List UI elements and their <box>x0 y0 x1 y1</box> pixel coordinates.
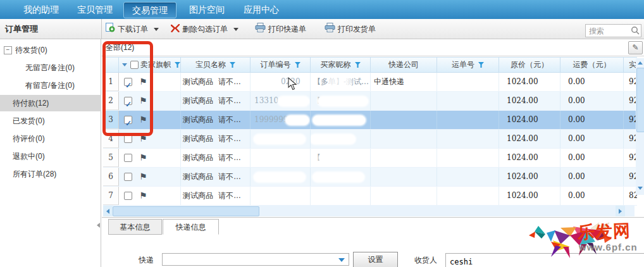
table-row[interactable]: 1⚑测试商品请不…0220【多单】-测试…中通快递1024.000.0092 <box>103 73 637 92</box>
toolbar-band <box>0 19 644 39</box>
flag-cell: ⚑ <box>119 168 181 186</box>
receiver-input[interactable] <box>445 253 644 267</box>
row-checkbox[interactable] <box>124 116 132 124</box>
flag-icon[interactable]: ⚑ <box>139 111 147 129</box>
sidebar-item-refunding[interactable]: 退款中(0) <box>0 148 101 165</box>
flag-cell: ⚑ <box>119 92 181 110</box>
vertical-scrollbar[interactable] <box>636 58 644 195</box>
sidebar-item-has-message[interactable]: 有留言/备注(0) <box>0 77 101 94</box>
tree-label: 退款中(0) <box>13 148 45 165</box>
tracking-no-cell <box>437 187 499 205</box>
filter-icon[interactable] <box>230 58 235 72</box>
row-checkbox[interactable] <box>124 78 132 86</box>
nav-item-trade[interactable]: 交易管理 <box>123 2 176 18</box>
row-checkbox[interactable] <box>124 97 132 105</box>
nav-item-products[interactable]: 宝贝管理 <box>70 0 120 19</box>
table-row[interactable]: 4⚑测试商品请不…测试1024.000.0092 <box>103 130 637 149</box>
sidebar-item-no-message[interactable]: 无留言/备注(0) <box>0 59 101 76</box>
row-checkbox[interactable] <box>124 173 132 181</box>
download-orders-button[interactable]: 下载订单 <box>106 19 159 39</box>
paid-amount-cell: 92 <box>624 73 637 91</box>
filter-icon[interactable] <box>355 58 361 72</box>
col-header-shipping-fee[interactable]: 运费（元） <box>560 58 624 72</box>
col-header-original-price[interactable]: 原价（元） <box>499 58 560 72</box>
shipping-fee-cell: 0.00 <box>560 73 624 91</box>
buyer-nick-cell: 【 <box>311 92 371 110</box>
row-checkbox[interactable] <box>124 135 132 143</box>
table-header: 卖家旗帜 宝贝名称 订单编号 买家昵称 快递公司 运单号 原价（元） 运费（元）… <box>103 57 637 73</box>
scroll-left-button[interactable] <box>103 206 113 216</box>
product-name-cell: 测试商品请不… <box>181 187 251 205</box>
scroll-down-button[interactable] <box>638 187 643 190</box>
flag-icon[interactable]: ⚑ <box>139 73 147 91</box>
paid-amount-cell: 92 <box>624 111 637 129</box>
filter-icon[interactable] <box>175 58 180 72</box>
sidebar-item-pending-payment[interactable]: 待付款(12) <box>0 95 101 111</box>
col-header-order-no[interactable]: 订单编号 <box>251 58 311 72</box>
nav-item-assistant[interactable]: 我的助理 <box>16 0 66 19</box>
original-price-cell: 1024.00 <box>499 130 560 148</box>
horizontal-scrollbar[interactable] <box>103 206 635 216</box>
paid-amount-cell: 92 <box>624 149 637 167</box>
delete-checked-orders-button[interactable]: 删除勾选订单 <box>171 19 238 39</box>
tab-express-info[interactable]: 快递信息 <box>163 219 219 235</box>
sidebar-item-all-orders[interactable]: 所有订单(28) <box>0 166 101 182</box>
nav-item-app-center[interactable]: 应用中心 <box>235 0 288 19</box>
tab-basic-info[interactable]: 基本信息 <box>108 219 162 235</box>
nav-item-image-space[interactable]: 图片空间 <box>180 0 233 19</box>
scroll-up-button[interactable] <box>638 61 643 65</box>
express-select[interactable] <box>162 253 349 266</box>
delete-checked-orders-label: 删除勾选订单 <box>182 25 228 34</box>
original-price-cell: 1024.00 <box>499 92 560 110</box>
flag-icon[interactable]: ⚑ <box>139 187 147 205</box>
chevron-down-icon[interactable] <box>122 63 127 66</box>
row-checkbox[interactable] <box>124 154 132 162</box>
sidebar-item-pending-ship[interactable]: − 待发货(0) <box>0 42 101 58</box>
chevron-down-icon[interactable] <box>233 28 238 31</box>
flag-icon[interactable]: ⚑ <box>139 149 147 167</box>
tab-all-orders[interactable]: 全部(12) <box>106 42 134 53</box>
flag-icon[interactable]: ⚑ <box>139 130 147 148</box>
select-all-checkbox[interactable] <box>130 61 139 69</box>
vertical-scroll-thumb[interactable] <box>636 68 644 132</box>
search-icon[interactable] <box>631 26 640 37</box>
col-header-buyer-nick[interactable]: 买家昵称 <box>311 58 371 72</box>
divider <box>102 217 644 218</box>
table-row[interactable]: 2⚑测试商品请不…133104【1024.000.0092 <box>103 92 637 111</box>
row-number: 4 <box>103 130 119 148</box>
flag-icon[interactable]: ⚑ <box>139 168 147 186</box>
top-nav: 我的助理 宝贝管理 交易管理 图片空间 应用中心 <box>0 0 644 19</box>
print-invoice-button[interactable]: 打印发货单 <box>325 19 376 39</box>
tree-label: 待发货(0) <box>15 42 47 58</box>
col-header-express-company[interactable]: 快递公司 <box>371 58 437 72</box>
col-header-seller-flag[interactable]: 卖家旗帜 <box>119 58 181 72</box>
shipping-fee-cell: 0.00 <box>560 149 624 167</box>
divider <box>102 56 644 56</box>
horizontal-scroll-thumb[interactable] <box>113 206 259 216</box>
chevron-down-icon[interactable] <box>154 28 159 31</box>
filter-icon[interactable] <box>478 58 484 72</box>
table-row[interactable]: 6⚑测试商品请不…1024.000.0092 <box>103 168 637 187</box>
sidebar-item-shipped[interactable]: 已发货(0) <box>0 113 101 129</box>
express-company-cell <box>371 149 437 167</box>
edit-columns-button[interactable]: ✎ <box>628 41 643 54</box>
search-input[interactable] <box>588 25 629 36</box>
scroll-right-button[interactable] <box>616 206 625 216</box>
settings-button[interactable]: 设置 <box>353 252 398 267</box>
sidebar-item-pending-review[interactable]: 待评价(0) <box>0 130 101 147</box>
col-header-product-name[interactable]: 宝贝名称 <box>181 58 251 72</box>
table-row[interactable]: 7⚑测试商品请不…1024.000.0082 <box>103 187 637 206</box>
original-price-cell: 1024.00 <box>499 73 560 91</box>
table-row[interactable]: 5⚑测试商品请不…【1024.000.0092 <box>103 149 637 168</box>
chevron-down-icon[interactable] <box>338 258 345 262</box>
col-header-tracking-no[interactable]: 运单号 <box>437 58 499 72</box>
print-express-sheet-button[interactable]: 打印快递单 <box>255 19 306 39</box>
sidebar-collapse-handle[interactable] <box>97 223 100 228</box>
collapse-minus-icon[interactable]: − <box>4 46 12 54</box>
col-header-paid[interactable]: 实 <box>624 58 637 72</box>
table-row[interactable]: 3⚑测试商品请不…199999901024.000.0092 <box>103 111 637 130</box>
row-checkbox[interactable] <box>124 192 132 200</box>
row-number: 6 <box>103 168 119 186</box>
filter-icon[interactable] <box>295 58 300 72</box>
flag-icon[interactable]: ⚑ <box>139 92 147 110</box>
